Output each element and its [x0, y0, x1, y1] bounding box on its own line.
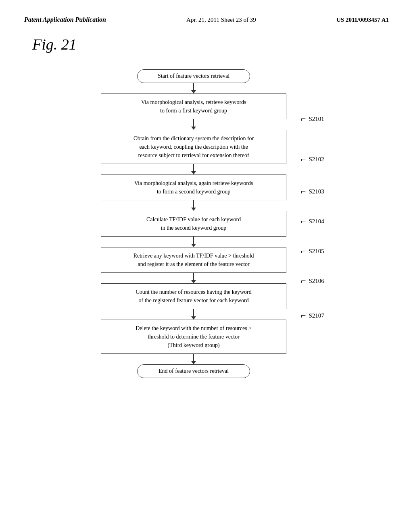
page-header: Patent Application Publication Apr. 21, … — [24, 16, 389, 23]
step-s2107-box: Delete the keyword with the number of re… — [101, 320, 286, 354]
step-s2101-box: Via morphological analysis, retrieve key… — [101, 94, 286, 119]
label-s2107: S2107 — [309, 312, 324, 319]
step-s2105-box: Retrieve any keyword with TF/IDF value >… — [101, 247, 286, 273]
label-s2103: S2103 — [309, 188, 324, 195]
page: Patent Application Publication Apr. 21, … — [0, 0, 413, 532]
start-box: Start of feature vectors retrieval — [137, 69, 250, 83]
step-s2102-box: Obtain from the dictionary system the de… — [101, 130, 286, 164]
step-s2106-box: Count the number of resources having the… — [101, 283, 286, 309]
label-s2105: S2105 — [309, 248, 324, 255]
label-s2106: S2106 — [309, 278, 324, 285]
date-sheet-info: Apr. 21, 2011 Sheet 23 of 39 — [186, 17, 256, 23]
label-s2104: S2104 — [309, 218, 324, 225]
patent-number: US 2011/0093457 A1 — [336, 17, 389, 23]
label-s2101: S2101 — [309, 116, 324, 123]
label-s2102: S2102 — [309, 156, 324, 163]
step-s2103-box: Via morphological analysis, again retrie… — [101, 175, 286, 200]
figure-title: Fig. 21 — [32, 35, 389, 53]
end-box: End of feature vectors retrieval — [137, 364, 250, 378]
step-s2104-box: Calculate TF/IDF value for each keywordi… — [101, 211, 286, 237]
publication-label: Patent Application Publication — [24, 16, 106, 23]
